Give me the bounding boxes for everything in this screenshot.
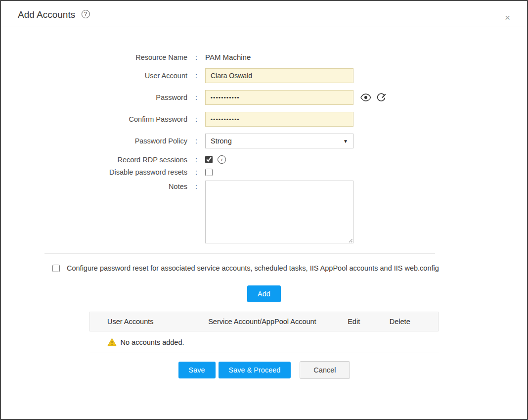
resource-name-label: Resource Name bbox=[1, 53, 187, 61]
col-service-account: Service Account/AppPool Account bbox=[208, 312, 348, 331]
colon: : bbox=[187, 181, 205, 190]
warning-icon bbox=[107, 338, 117, 346]
password-input[interactable] bbox=[205, 90, 353, 105]
generate-password-icon[interactable] bbox=[376, 93, 386, 102]
help-icon[interactable]: ? bbox=[82, 10, 90, 18]
col-delete: Delete bbox=[390, 312, 439, 331]
confirm-password-input[interactable] bbox=[205, 112, 353, 127]
colon: : bbox=[187, 93, 205, 101]
confirm-password-row: Confirm Password : bbox=[1, 112, 527, 127]
configure-reset-label[interactable]: Configure password reset for associated … bbox=[67, 264, 439, 272]
colon: : bbox=[187, 115, 205, 123]
dialog-header: Add Accounts ? × bbox=[1, 1, 527, 27]
user-account-input[interactable] bbox=[205, 68, 353, 83]
info-icon[interactable]: i bbox=[218, 155, 226, 164]
password-policy-select[interactable]: Strong ▼ bbox=[205, 134, 353, 148]
password-policy-row: Password Policy : Strong ▼ bbox=[1, 134, 527, 148]
chevron-down-icon: ▼ bbox=[343, 139, 348, 144]
cancel-button[interactable]: Cancel bbox=[300, 361, 350, 379]
confirm-password-label: Confirm Password bbox=[1, 115, 187, 123]
table-header-row: User Accounts Service Account/AppPool Ac… bbox=[90, 312, 439, 331]
disable-resets-label: Disable password resets bbox=[1, 168, 187, 176]
col-user-accounts: User Accounts bbox=[90, 312, 209, 331]
empty-state-row: No accounts added. bbox=[90, 331, 439, 353]
show-password-eye-icon[interactable] bbox=[360, 93, 371, 101]
notes-label: Notes bbox=[1, 181, 187, 190]
password-policy-value: Strong bbox=[211, 137, 232, 145]
disable-resets-row: Disable password resets : bbox=[1, 168, 527, 176]
add-account-form: Resource Name : PAM Machine User Account… bbox=[1, 27, 527, 243]
colon: : bbox=[187, 168, 205, 176]
password-label: Password bbox=[1, 93, 187, 101]
record-rdp-checkbox[interactable] bbox=[205, 156, 213, 163]
configure-reset-row: Configure password reset for associated … bbox=[52, 264, 527, 272]
save-and-proceed-button[interactable]: Save & Proceed bbox=[219, 362, 291, 378]
record-rdp-row: Record RDP sessions : i bbox=[1, 155, 527, 164]
resource-name-value: PAM Machine bbox=[205, 53, 251, 61]
save-button[interactable]: Save bbox=[178, 362, 216, 378]
col-edit: Edit bbox=[348, 312, 390, 331]
section-divider bbox=[44, 253, 435, 254]
add-accounts-dialog: { "dialog": { "title": "Add Accounts", "… bbox=[0, 0, 528, 420]
colon: : bbox=[187, 137, 205, 145]
resource-name-row: Resource Name : PAM Machine bbox=[1, 53, 527, 61]
accounts-table: User Accounts Service Account/AppPool Ac… bbox=[89, 312, 439, 353]
password-row: Password : bbox=[1, 90, 527, 105]
colon: : bbox=[187, 156, 205, 164]
add-button[interactable]: Add bbox=[247, 285, 281, 302]
notes-row: Notes : bbox=[1, 181, 527, 243]
password-policy-label: Password Policy bbox=[1, 137, 187, 145]
user-account-label: User Account bbox=[1, 72, 187, 80]
footer-actions: Save Save & Proceed Cancel bbox=[1, 361, 527, 379]
configure-reset-checkbox[interactable] bbox=[52, 265, 60, 272]
disable-resets-checkbox[interactable] bbox=[205, 169, 213, 176]
empty-message: No accounts added. bbox=[121, 338, 184, 346]
user-account-row: User Account : bbox=[1, 68, 527, 83]
colon: : bbox=[187, 72, 205, 80]
notes-textarea[interactable] bbox=[205, 181, 353, 243]
record-rdp-label: Record RDP sessions bbox=[1, 156, 187, 164]
colon: : bbox=[187, 53, 205, 61]
dialog-title: Add Accounts bbox=[18, 9, 75, 20]
close-icon[interactable]: × bbox=[505, 13, 510, 22]
